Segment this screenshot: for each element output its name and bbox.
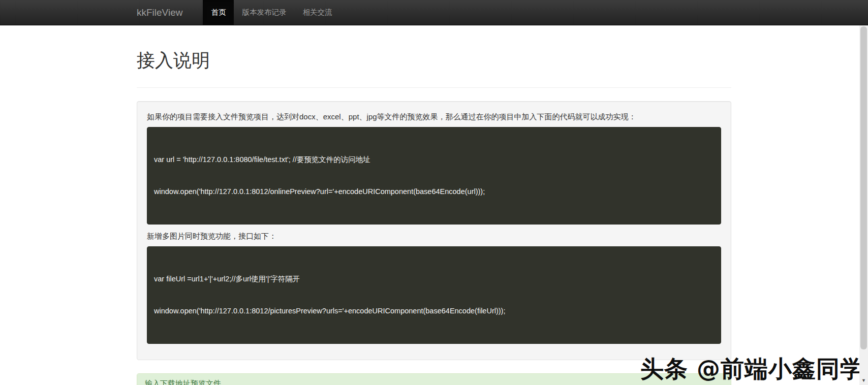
instructions-well: 如果你的项目需要接入文件预览项目，达到对docx、excel、ppt、jpg等文… <box>137 101 731 360</box>
brand-kkfileview[interactable]: kkFileView <box>137 0 190 25</box>
nav-item-home[interactable]: 首页 <box>203 0 234 25</box>
scrollbar-thumb[interactable] <box>860 26 867 349</box>
code-snippet-online-preview: var url = 'http://127.0.0.1:8080/file/te… <box>147 127 721 224</box>
top-navbar: kkFileView 首页 版本发布记录 相关交流 <box>0 0 868 25</box>
code-line: var fileUrl =url1+'|'+url2;//多url使用'|'字符… <box>154 274 714 284</box>
nav-item-release-notes[interactable]: 版本发布记录 <box>234 0 294 25</box>
instructions-intro-text: 如果你的项目需要接入文件预览项目，达到对docx、excel、ppt、jpg等文… <box>147 111 721 122</box>
code-line: var url = 'http://127.0.0.1:8080/file/te… <box>154 154 714 165</box>
code-line: window.open('http://127.0.0.1:8012/pictu… <box>154 306 714 316</box>
scrollbar-down-arrow[interactable]: ▼ <box>859 377 868 384</box>
page-title: 接入说明 <box>137 48 731 73</box>
vertical-scrollbar[interactable]: ▼ <box>859 25 868 385</box>
code-snippet-pictures-preview: var fileUrl =url1+'|'+url2;//多url使用'|'字符… <box>147 246 721 344</box>
page-header: 接入说明 <box>137 48 731 88</box>
multi-image-note-text: 新增多图片同时预览功能，接口如下： <box>147 231 721 241</box>
code-line: window.open('http://127.0.0.1:8012/onlin… <box>154 186 714 197</box>
main-nav: 首页 版本发布记录 相关交流 <box>203 0 340 25</box>
watermark-text: 头条 @前端小鑫同学 <box>640 354 864 385</box>
nav-item-community[interactable]: 相关交流 <box>294 0 340 25</box>
